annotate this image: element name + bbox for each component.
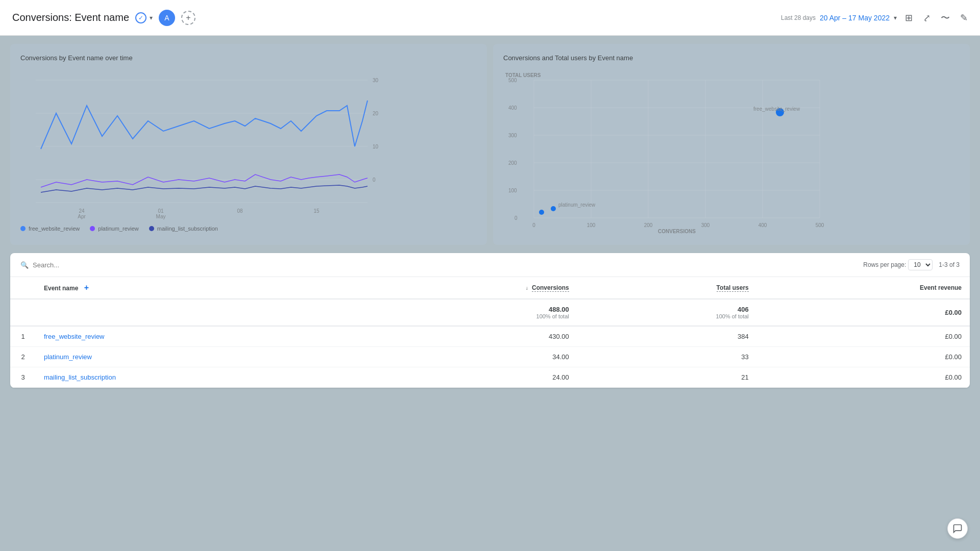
legend-label-platinum: platinum_review	[98, 226, 138, 232]
scatter-chart-svg: 500 400 300 200 100 0 TOTAL USERS 0 100 …	[503, 70, 830, 233]
share-icon[interactable]: ⤤	[923, 12, 930, 23]
total-row-users: 406 100% of total	[577, 299, 757, 326]
row-3-users: 21	[577, 367, 757, 388]
legend-item-platinum-review: platinum_review	[90, 226, 138, 232]
add-view-button[interactable]: +	[181, 11, 195, 25]
avatar: A	[159, 10, 175, 26]
svg-text:08: 08	[237, 208, 243, 214]
svg-text:15: 15	[313, 208, 320, 214]
add-column-button[interactable]: +	[84, 283, 89, 292]
svg-text:24: 24	[79, 208, 85, 214]
line-chart-legend: free_website_review platinum_review mail…	[20, 226, 477, 232]
header-toolbar: ⊞ ⤤ 〜 ✎	[905, 12, 968, 24]
row-3-conversions: 24.00	[359, 367, 577, 388]
sort-icon: ↓	[526, 285, 528, 291]
svg-text:CONVERSIONS: CONVERSIONS	[658, 229, 696, 234]
total-row-name	[36, 299, 359, 326]
svg-text:May: May	[156, 214, 166, 219]
table-icon[interactable]: ⊞	[905, 12, 913, 23]
table-header-row: Event name + ↓ Conversions Total users E…	[10, 277, 970, 299]
event-name-link-1[interactable]: free_website_review	[44, 333, 105, 340]
event-name-link-2[interactable]: platinum_review	[44, 353, 92, 361]
svg-text:200: 200	[508, 160, 517, 166]
legend-dot-free	[20, 226, 26, 231]
date-chevron-icon[interactable]: ▾	[894, 14, 897, 21]
table-total-row: 488.00 100% of total 406 100% of total £…	[10, 299, 970, 326]
legend-item-free-website-review: free_website_review	[20, 226, 80, 232]
rows-per-page-select[interactable]: 10 25 50	[908, 259, 933, 270]
scatter-chart-card: Conversions and Total users by Event nam…	[493, 44, 970, 245]
table-row: 3 mailing_list_subscription 24.00 21 £0.…	[10, 367, 970, 388]
date-range-value[interactable]: 20 Apr – 17 May 2022	[820, 14, 890, 22]
svg-text:500: 500	[508, 78, 517, 83]
rows-per-page: Rows per page: 10 25 50	[863, 259, 933, 270]
line-chart-svg: 30 20 10 0 24 Apr 01 May 08 15	[20, 70, 378, 218]
svg-text:01: 01	[158, 208, 164, 214]
svg-text:400: 400	[508, 105, 517, 111]
table-toolbar: 🔍 Rows per page: 10 25 50 1-3 of 3	[10, 253, 970, 277]
legend-dot-mailing	[149, 226, 154, 231]
row-1-revenue: £0.00	[757, 326, 970, 347]
svg-text:100: 100	[508, 188, 517, 193]
chat-button[interactable]	[947, 518, 968, 539]
svg-text:TOTAL USERS: TOTAL USERS	[505, 72, 541, 78]
search-icon: 🔍	[20, 261, 29, 269]
row-1-users: 384	[577, 326, 757, 347]
col-header-event-revenue: Event revenue	[757, 277, 970, 299]
search-input[interactable]	[33, 261, 255, 269]
data-table: Event name + ↓ Conversions Total users E…	[10, 277, 970, 388]
table-row: 2 platinum_review 34.00 33 £0.00	[10, 347, 970, 367]
svg-text:30: 30	[373, 78, 379, 83]
trend-icon[interactable]: 〜	[941, 12, 950, 24]
date-range-selector[interactable]: Last 28 days 20 Apr – 17 May 2022 ▾	[781, 14, 897, 22]
line-chart-card: Conversions by Event name over time 30 2…	[10, 44, 487, 245]
row-2-users: 33	[577, 347, 757, 367]
svg-text:400: 400	[758, 222, 767, 228]
row-3-num: 3	[10, 367, 36, 388]
col-header-event-name: Event name +	[36, 277, 359, 299]
scatter-point-mailing	[539, 210, 544, 215]
col-header-num	[10, 277, 36, 299]
scatter-chart-title: Conversions and Total users by Event nam…	[503, 54, 960, 62]
row-1-num: 1	[10, 326, 36, 347]
page-title: Conversions: Event name	[12, 12, 129, 23]
row-2-conversions: 34.00	[359, 347, 577, 367]
event-name-link-3[interactable]: mailing_list_subscription	[44, 373, 116, 381]
chevron-down-icon[interactable]: ▾	[150, 14, 153, 21]
svg-text:500: 500	[816, 222, 824, 228]
total-row-conversions: 488.00 100% of total	[359, 299, 577, 326]
search-box[interactable]: 🔍	[20, 261, 255, 269]
row-2-revenue: £0.00	[757, 347, 970, 367]
svg-text:0: 0	[373, 177, 376, 183]
svg-text:Apr: Apr	[78, 214, 86, 219]
line-chart-title: Conversions by Event name over time	[20, 54, 477, 62]
status-badge: ✓ ▾	[135, 12, 153, 23]
svg-text:0: 0	[532, 222, 535, 228]
svg-text:300: 300	[508, 133, 517, 138]
svg-text:platinum_review: platinum_review	[558, 202, 596, 208]
svg-text:free_website_review: free_website_review	[753, 106, 800, 112]
legend-label-free: free_website_review	[29, 226, 80, 232]
table-section: 🔍 Rows per page: 10 25 50 1-3 of 3	[10, 253, 970, 388]
line-chart-container: 30 20 10 0 24 Apr 01 May 08 15	[20, 70, 477, 219]
legend-dot-platinum	[90, 226, 95, 231]
check-circle-icon: ✓	[135, 12, 146, 23]
svg-text:200: 200	[644, 222, 653, 228]
edit-icon[interactable]: ✎	[960, 12, 968, 23]
total-row-num	[10, 299, 36, 326]
legend-label-mailing: mailing_list_subscription	[157, 226, 218, 232]
svg-text:10: 10	[373, 144, 379, 149]
svg-text:100: 100	[587, 222, 596, 228]
header: Conversions: Event name ✓ ▾ A + Last 28 …	[0, 0, 980, 36]
main-content: Conversions by Event name over time 30 2…	[0, 36, 980, 396]
row-1-conversions: 430.00	[359, 326, 577, 347]
table-row: 1 free_website_review 430.00 384 £0.00	[10, 326, 970, 347]
scatter-point-platinum	[551, 206, 556, 211]
table-controls: Rows per page: 10 25 50 1-3 of 3	[863, 259, 960, 270]
last-days-label: Last 28 days	[781, 14, 816, 21]
svg-text:0: 0	[514, 215, 518, 221]
row-2-event-name: platinum_review	[36, 347, 359, 367]
legend-item-mailing-list: mailing_list_subscription	[149, 226, 218, 232]
col-header-conversions: ↓ Conversions	[359, 277, 577, 299]
rows-per-page-label: Rows per page:	[863, 261, 906, 268]
